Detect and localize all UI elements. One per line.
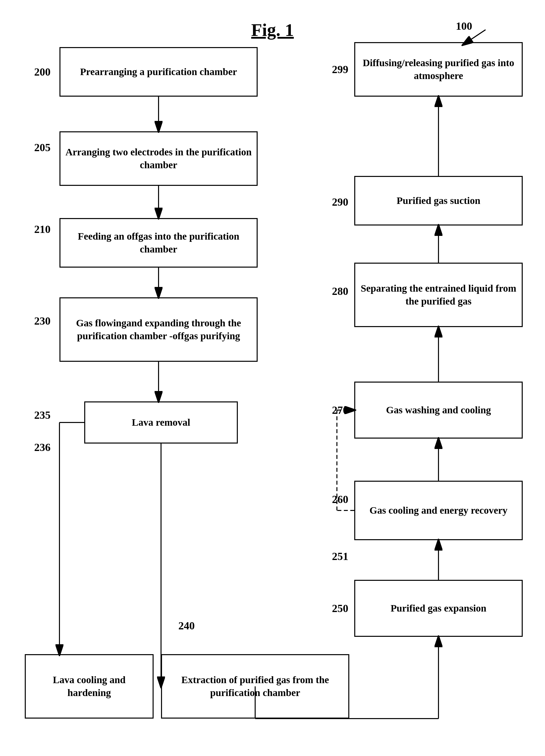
ref-235: 235 <box>34 409 51 421</box>
box-extraction: Extraction of purified gas from the puri… <box>161 654 349 719</box>
figure-title: Fig. 1 <box>20 20 525 40</box>
ref-100: 100 <box>456 20 472 32</box>
box-prearranging: Prearranging a purification chamber <box>59 47 258 97</box>
ref-230: 230 <box>34 315 51 327</box>
ref-270: 270 <box>332 404 348 417</box>
ref-260: 260 <box>332 493 348 506</box>
ref-290: 290 <box>332 196 348 208</box>
ref-250: 250 <box>332 602 348 615</box>
ref-210: 210 <box>34 223 51 236</box>
box-lava-cooling: Lava cooling and hardening <box>25 654 154 719</box>
flowchart-arrows <box>0 0 545 756</box>
page: Fig. 1 100 200 205 210 230 235 236 240 2… <box>0 0 545 756</box>
ref-299: 299 <box>332 63 348 76</box>
box-separating: Separating the entrained liquid from the… <box>354 263 523 327</box>
ref-240: 240 <box>178 619 195 632</box>
ref-236: 236 <box>34 441 51 454</box>
box-gas-washing: Gas washing and cooling <box>354 382 523 439</box>
ref-280: 280 <box>332 285 348 298</box>
box-gas-cooling: Gas cooling and energy recovery <box>354 481 523 540</box>
box-lava-removal: Lava removal <box>84 401 238 444</box>
box-arranging-electrodes: Arranging two electrodes in the purifica… <box>59 131 258 186</box>
box-feeding-offgas: Feeding an offgas into the purification … <box>59 218 258 268</box>
box-diffusing: Diffusing/releasing purified gas into at… <box>354 42 523 97</box>
box-purified-suction: Purified gas suction <box>354 176 523 225</box>
box-purified-expansion: Purified gas expansion <box>354 580 523 637</box>
ref-205: 205 <box>34 141 51 154</box>
ref-200: 200 <box>34 66 51 78</box>
box-gas-flowing: Gas flowingand expanding through the pur… <box>59 297 258 362</box>
ref-251: 251 <box>332 550 348 563</box>
